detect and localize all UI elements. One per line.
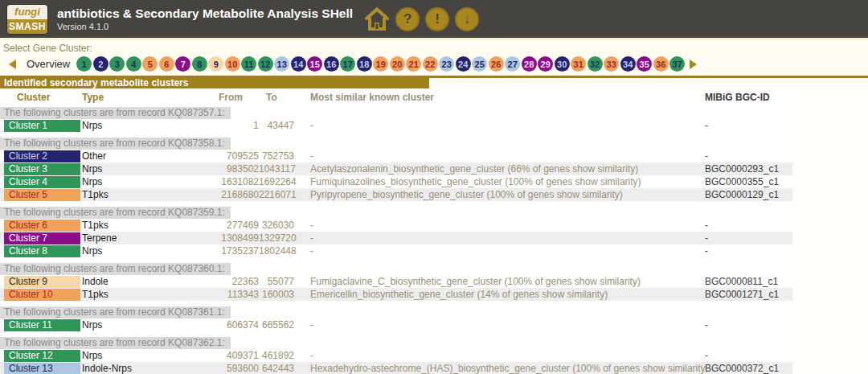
cluster-button-24[interactable]: 24 bbox=[456, 56, 471, 72]
mibig-bgc-id[interactable]: BGC0000372_c1 bbox=[705, 362, 792, 374]
cluster-from: 983502 bbox=[219, 162, 259, 175]
cluster-button-37[interactable]: 37 bbox=[669, 56, 685, 72]
cluster-button-18[interactable]: 18 bbox=[357, 56, 372, 72]
scroll-left-icon[interactable] bbox=[9, 60, 16, 69]
cluster-badge: Cluster 5 bbox=[4, 189, 80, 201]
overview-button[interactable]: Overview bbox=[27, 58, 70, 70]
cluster-button-11[interactable]: 11 bbox=[241, 56, 256, 72]
similar-cluster-link[interactable]: Pyripyropene_biosynthetic_gene_cluster (… bbox=[294, 188, 705, 201]
cluster-button-4[interactable]: 4 bbox=[126, 56, 141, 72]
similar-cluster-link[interactable]: - bbox=[294, 319, 705, 331]
cluster-button-13[interactable]: 13 bbox=[274, 56, 289, 72]
table-row: Cluster 2 Other 709525 752753 - - bbox=[0, 150, 792, 162]
mibig-bgc-id[interactable]: BGC0000811_c1 bbox=[705, 275, 792, 288]
similar-cluster-link[interactable]: - bbox=[294, 150, 705, 162]
title-block: antibiotics & Secondary Metabolite Analy… bbox=[57, 6, 353, 32]
table-row: Cluster 12 Nrps 409371 461892 - - bbox=[0, 349, 792, 362]
home-icon[interactable] bbox=[364, 6, 390, 32]
cluster-button-22[interactable]: 22 bbox=[423, 56, 438, 72]
cluster-button-21[interactable]: 21 bbox=[406, 56, 421, 72]
cluster-type: Nrps bbox=[82, 319, 219, 331]
notices-icon[interactable]: ! bbox=[425, 7, 449, 31]
mibig-bgc-id[interactable]: - bbox=[705, 245, 792, 257]
cluster-button-20[interactable]: 20 bbox=[390, 56, 405, 72]
cluster-button-31[interactable]: 31 bbox=[571, 56, 586, 72]
cluster-button-35[interactable]: 35 bbox=[637, 56, 652, 72]
mibig-bgc-id[interactable]: - bbox=[705, 119, 792, 132]
download-icon[interactable]: ↓ bbox=[455, 7, 479, 31]
cluster-button-17[interactable]: 17 bbox=[340, 56, 355, 72]
cluster-button-15[interactable]: 15 bbox=[307, 56, 322, 72]
cluster-button-6[interactable]: 6 bbox=[159, 56, 174, 72]
cluster-button-16[interactable]: 16 bbox=[324, 56, 339, 72]
cluster-button-7[interactable]: 7 bbox=[175, 56, 190, 72]
similar-cluster-link[interactable]: Acetylaszonalenin_biosynthetic_gene_clus… bbox=[294, 162, 705, 175]
cluster-button-9[interactable]: 9 bbox=[208, 56, 223, 72]
cluster-button-14[interactable]: 14 bbox=[291, 56, 306, 72]
scroll-right-icon[interactable] bbox=[690, 60, 697, 69]
mibig-bgc-id[interactable]: - bbox=[705, 219, 792, 232]
cluster-button-29[interactable]: 29 bbox=[538, 56, 553, 72]
cluster-button-34[interactable]: 34 bbox=[620, 56, 636, 72]
cluster-button-3[interactable]: 3 bbox=[109, 56, 125, 72]
cluster-button-23[interactable]: 23 bbox=[439, 56, 454, 72]
record-group: The following clusters are from record K… bbox=[0, 337, 792, 374]
cluster-badge: Cluster 7 bbox=[4, 232, 80, 245]
cluster-button-33[interactable]: 33 bbox=[604, 56, 619, 72]
cluster-from: 1308499 bbox=[219, 232, 259, 245]
mibig-bgc-id[interactable]: - bbox=[705, 349, 792, 362]
header-type: Type bbox=[82, 90, 219, 105]
mibig-bgc-id[interactable]: - bbox=[705, 150, 792, 162]
cluster-button-32[interactable]: 32 bbox=[588, 56, 603, 72]
cluster-badge: Cluster 3 bbox=[4, 163, 80, 175]
cluster-badge: Cluster 10 bbox=[4, 289, 80, 301]
record-group: The following clusters are from record K… bbox=[0, 306, 792, 331]
cluster-button-8[interactable]: 8 bbox=[192, 56, 207, 72]
cluster-button-12[interactable]: 12 bbox=[258, 56, 273, 72]
similar-cluster-link[interactable]: - bbox=[294, 119, 705, 132]
mibig-bgc-id[interactable]: BGC0000293_c1 bbox=[705, 162, 792, 175]
cluster-to: 1329720 bbox=[259, 232, 294, 245]
record-rows: Cluster 1 Nrps 1 43447 - - bbox=[0, 119, 792, 132]
cluster-button-30[interactable]: 30 bbox=[555, 56, 570, 72]
table-row: Cluster 7 Terpene 1308499 1329720 - - bbox=[0, 232, 792, 245]
cluster-button-28[interactable]: 28 bbox=[522, 56, 537, 72]
table-row: Cluster 9 Indole 22363 55077 Fumigaclavi… bbox=[0, 275, 792, 288]
similar-cluster-link[interactable]: Hexadehydro-astechrome_(HAS)_biosyntheti… bbox=[294, 362, 705, 374]
mibig-bgc-id[interactable]: - bbox=[705, 232, 792, 245]
similar-cluster-link[interactable]: Fumiquinazolines_biosynthetic_gene_clust… bbox=[294, 175, 705, 188]
cluster-button-10[interactable]: 10 bbox=[225, 56, 240, 72]
cluster-button-36[interactable]: 36 bbox=[653, 56, 669, 72]
cluster-badge: Cluster 12 bbox=[4, 350, 80, 362]
record-group: The following clusters are from record K… bbox=[0, 107, 792, 132]
similar-cluster-link[interactable]: - bbox=[294, 349, 705, 362]
cluster-to: 1802448 bbox=[259, 245, 294, 257]
cluster-from: 1 bbox=[219, 119, 259, 132]
cluster-button-26[interactable]: 26 bbox=[489, 56, 504, 72]
mibig-bgc-id[interactable]: BGC0000355_c1 bbox=[705, 175, 792, 188]
mibig-bgc-id[interactable]: BGC0001271_c1 bbox=[705, 288, 792, 301]
similar-cluster-link[interactable]: - bbox=[294, 232, 705, 245]
cluster-to: 461892 bbox=[259, 349, 294, 362]
record-note: The following clusters are from record K… bbox=[0, 306, 231, 319]
help-icon[interactable]: ? bbox=[395, 7, 420, 31]
cluster-to: 160003 bbox=[259, 288, 294, 301]
cluster-to: 642443 bbox=[259, 362, 294, 374]
cluster-badge: Cluster 11 bbox=[4, 319, 80, 331]
header-from: From bbox=[219, 90, 259, 105]
mibig-bgc-id[interactable]: - bbox=[705, 319, 792, 331]
cluster-button-25[interactable]: 25 bbox=[472, 56, 487, 72]
cluster-button-19[interactable]: 19 bbox=[373, 56, 388, 72]
similar-cluster-link[interactable]: Emericellin_biosynthetic_gene_cluster (1… bbox=[294, 288, 705, 301]
cluster-button-1[interactable]: 1 bbox=[76, 56, 92, 72]
similar-cluster-link[interactable]: Fumigaclavine_C_biosynthetic_gene_cluste… bbox=[294, 275, 705, 288]
cluster-button-2[interactable]: 2 bbox=[93, 56, 108, 72]
similar-cluster-link[interactable]: - bbox=[294, 219, 705, 232]
fungismash-logo[interactable]: fungi SMASH bbox=[6, 4, 48, 35]
cluster-button-27[interactable]: 27 bbox=[505, 56, 520, 72]
mibig-bgc-id[interactable]: BGC0000129_c1 bbox=[705, 188, 792, 201]
cluster-button-5[interactable]: 5 bbox=[142, 56, 158, 72]
similar-cluster-link[interactable]: - bbox=[294, 245, 705, 257]
cluster-from: 2168680 bbox=[219, 188, 259, 201]
app-header: fungi SMASH antibiotics & Secondary Meta… bbox=[0, 0, 868, 40]
